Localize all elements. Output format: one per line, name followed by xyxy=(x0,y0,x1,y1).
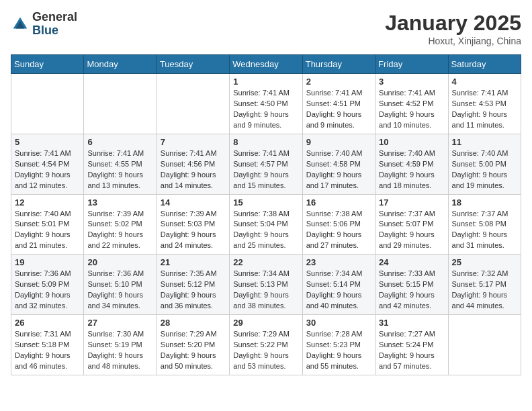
calendar-cell: 30Sunrise: 7:28 AMSunset: 5:23 PMDayligh… xyxy=(302,315,375,375)
day-number: 27 xyxy=(87,318,152,328)
calendar-cell xyxy=(84,74,157,134)
calendar-cell: 3Sunrise: 7:41 AMSunset: 4:52 PMDaylight… xyxy=(375,74,448,134)
day-info: Sunrise: 7:41 AMSunset: 4:56 PMDaylight:… xyxy=(161,148,226,191)
day-info: Sunrise: 7:40 AMSunset: 4:59 PMDaylight:… xyxy=(379,148,444,191)
day-info: Sunrise: 7:41 AMSunset: 4:55 PMDaylight:… xyxy=(87,148,152,191)
day-header-wednesday: Wednesday xyxy=(230,55,302,74)
calendar-cell: 21Sunrise: 7:35 AMSunset: 5:12 PMDayligh… xyxy=(157,255,229,315)
day-info: Sunrise: 7:41 AMSunset: 4:50 PMDaylight:… xyxy=(233,88,298,131)
calendar-table: SundayMondayTuesdayWednesdayThursdayFrid… xyxy=(11,54,521,375)
day-info: Sunrise: 7:36 AMSunset: 5:09 PMDaylight:… xyxy=(15,269,80,312)
day-info: Sunrise: 7:37 AMSunset: 5:08 PMDaylight:… xyxy=(452,209,517,252)
calendar-week-row: 1Sunrise: 7:41 AMSunset: 4:50 PMDaylight… xyxy=(11,74,521,134)
day-info: Sunrise: 7:39 AMSunset: 5:02 PMDaylight:… xyxy=(87,209,152,252)
day-number: 5 xyxy=(15,137,80,147)
day-info: Sunrise: 7:41 AMSunset: 4:52 PMDaylight:… xyxy=(379,88,444,131)
location: Hoxut, Xinjiang, China xyxy=(385,36,521,46)
day-number: 12 xyxy=(15,197,80,208)
calendar-cell: 9Sunrise: 7:40 AMSunset: 4:58 PMDaylight… xyxy=(302,134,375,194)
calendar-cell xyxy=(11,74,84,134)
day-info: Sunrise: 7:34 AMSunset: 5:14 PMDaylight:… xyxy=(306,269,371,312)
day-header-sunday: Sunday xyxy=(11,55,84,74)
day-number: 28 xyxy=(161,318,226,328)
calendar-cell: 20Sunrise: 7:36 AMSunset: 5:10 PMDayligh… xyxy=(84,255,157,315)
calendar-cell: 26Sunrise: 7:31 AMSunset: 5:18 PMDayligh… xyxy=(11,315,84,375)
day-info: Sunrise: 7:34 AMSunset: 5:13 PMDaylight:… xyxy=(233,269,298,312)
day-number: 1 xyxy=(233,77,298,87)
day-number: 21 xyxy=(161,257,226,267)
day-info: Sunrise: 7:41 AMSunset: 4:57 PMDaylight:… xyxy=(233,148,298,191)
day-number: 17 xyxy=(379,197,444,208)
logo-general-text: General xyxy=(32,10,77,24)
day-number: 22 xyxy=(233,257,298,267)
day-header-tuesday: Tuesday xyxy=(157,55,229,74)
calendar-cell: 6Sunrise: 7:41 AMSunset: 4:55 PMDaylight… xyxy=(84,134,157,194)
calendar-cell: 22Sunrise: 7:34 AMSunset: 5:13 PMDayligh… xyxy=(230,255,302,315)
day-number: 26 xyxy=(15,318,80,328)
calendar-cell xyxy=(157,74,229,134)
day-info: Sunrise: 7:29 AMSunset: 5:22 PMDaylight:… xyxy=(233,329,298,372)
day-number: 13 xyxy=(87,197,152,208)
calendar-cell: 15Sunrise: 7:38 AMSunset: 5:04 PMDayligh… xyxy=(230,194,302,255)
day-number: 6 xyxy=(87,137,152,147)
day-number: 4 xyxy=(452,77,517,87)
calendar-cell: 13Sunrise: 7:39 AMSunset: 5:02 PMDayligh… xyxy=(84,194,157,255)
day-info: Sunrise: 7:39 AMSunset: 5:03 PMDaylight:… xyxy=(161,209,226,252)
day-info: Sunrise: 7:29 AMSunset: 5:20 PMDaylight:… xyxy=(161,329,226,372)
calendar-week-row: 19Sunrise: 7:36 AMSunset: 5:09 PMDayligh… xyxy=(11,255,521,315)
day-info: Sunrise: 7:37 AMSunset: 5:07 PMDaylight:… xyxy=(379,209,444,252)
calendar-cell: 31Sunrise: 7:27 AMSunset: 5:24 PMDayligh… xyxy=(375,315,448,375)
calendar-cell: 2Sunrise: 7:41 AMSunset: 4:51 PMDaylight… xyxy=(302,74,375,134)
day-info: Sunrise: 7:41 AMSunset: 4:54 PMDaylight:… xyxy=(15,148,80,191)
day-number: 7 xyxy=(161,137,226,147)
calendar-cell: 11Sunrise: 7:40 AMSunset: 5:00 PMDayligh… xyxy=(448,134,521,194)
day-info: Sunrise: 7:40 AMSunset: 5:01 PMDaylight:… xyxy=(15,209,80,252)
logo-icon xyxy=(11,15,30,34)
calendar-cell: 23Sunrise: 7:34 AMSunset: 5:14 PMDayligh… xyxy=(302,255,375,315)
calendar-week-row: 26Sunrise: 7:31 AMSunset: 5:18 PMDayligh… xyxy=(11,315,521,375)
day-info: Sunrise: 7:40 AMSunset: 5:00 PMDaylight:… xyxy=(452,148,517,191)
calendar-cell: 28Sunrise: 7:29 AMSunset: 5:20 PMDayligh… xyxy=(157,315,229,375)
calendar-cell: 25Sunrise: 7:32 AMSunset: 5:17 PMDayligh… xyxy=(448,255,521,315)
day-number: 16 xyxy=(306,197,371,208)
day-info: Sunrise: 7:41 AMSunset: 4:51 PMDaylight:… xyxy=(306,88,371,131)
calendar-cell: 16Sunrise: 7:38 AMSunset: 5:06 PMDayligh… xyxy=(302,194,375,255)
day-header-monday: Monday xyxy=(84,55,157,74)
day-info: Sunrise: 7:36 AMSunset: 5:10 PMDaylight:… xyxy=(87,269,152,312)
calendar-cell: 27Sunrise: 7:30 AMSunset: 5:19 PMDayligh… xyxy=(84,315,157,375)
calendar-cell: 7Sunrise: 7:41 AMSunset: 4:56 PMDaylight… xyxy=(157,134,229,194)
calendar-cell: 10Sunrise: 7:40 AMSunset: 4:59 PMDayligh… xyxy=(375,134,448,194)
day-info: Sunrise: 7:28 AMSunset: 5:23 PMDaylight:… xyxy=(306,329,371,372)
day-number: 19 xyxy=(15,257,80,267)
day-number: 25 xyxy=(452,257,517,267)
day-number: 30 xyxy=(306,318,371,328)
day-number: 14 xyxy=(161,197,226,208)
month-title: January 2025 xyxy=(385,11,521,36)
calendar-cell: 14Sunrise: 7:39 AMSunset: 5:03 PMDayligh… xyxy=(157,194,229,255)
calendar-cell: 29Sunrise: 7:29 AMSunset: 5:22 PMDayligh… xyxy=(230,315,302,375)
day-number: 31 xyxy=(379,318,444,328)
calendar-cell: 17Sunrise: 7:37 AMSunset: 5:07 PMDayligh… xyxy=(375,194,448,255)
calendar-cell: 18Sunrise: 7:37 AMSunset: 5:08 PMDayligh… xyxy=(448,194,521,255)
calendar-cell: 1Sunrise: 7:41 AMSunset: 4:50 PMDaylight… xyxy=(230,74,302,134)
day-info: Sunrise: 7:38 AMSunset: 5:04 PMDaylight:… xyxy=(233,209,298,252)
day-header-thursday: Thursday xyxy=(302,55,375,74)
day-info: Sunrise: 7:33 AMSunset: 5:15 PMDaylight:… xyxy=(379,269,444,312)
day-number: 10 xyxy=(379,137,444,147)
logo-blue-text: Blue xyxy=(32,24,58,37)
day-info: Sunrise: 7:27 AMSunset: 5:24 PMDaylight:… xyxy=(379,329,444,372)
calendar-week-row: 12Sunrise: 7:40 AMSunset: 5:01 PMDayligh… xyxy=(11,194,521,255)
calendar-cell: 4Sunrise: 7:41 AMSunset: 4:53 PMDaylight… xyxy=(448,74,521,134)
day-info: Sunrise: 7:38 AMSunset: 5:06 PMDaylight:… xyxy=(306,209,371,252)
day-number: 9 xyxy=(306,137,371,147)
calendar-header-row: SundayMondayTuesdayWednesdayThursdayFrid… xyxy=(11,55,521,74)
day-header-saturday: Saturday xyxy=(448,55,521,74)
day-info: Sunrise: 7:40 AMSunset: 4:58 PMDaylight:… xyxy=(306,148,371,191)
day-info: Sunrise: 7:31 AMSunset: 5:18 PMDaylight:… xyxy=(15,329,80,372)
day-number: 8 xyxy=(233,137,298,147)
day-info: Sunrise: 7:35 AMSunset: 5:12 PMDaylight:… xyxy=(161,269,226,312)
day-number: 3 xyxy=(379,77,444,87)
calendar-cell: 12Sunrise: 7:40 AMSunset: 5:01 PMDayligh… xyxy=(11,194,84,255)
day-number: 18 xyxy=(452,197,517,208)
calendar-cell: 24Sunrise: 7:33 AMSunset: 5:15 PMDayligh… xyxy=(375,255,448,315)
